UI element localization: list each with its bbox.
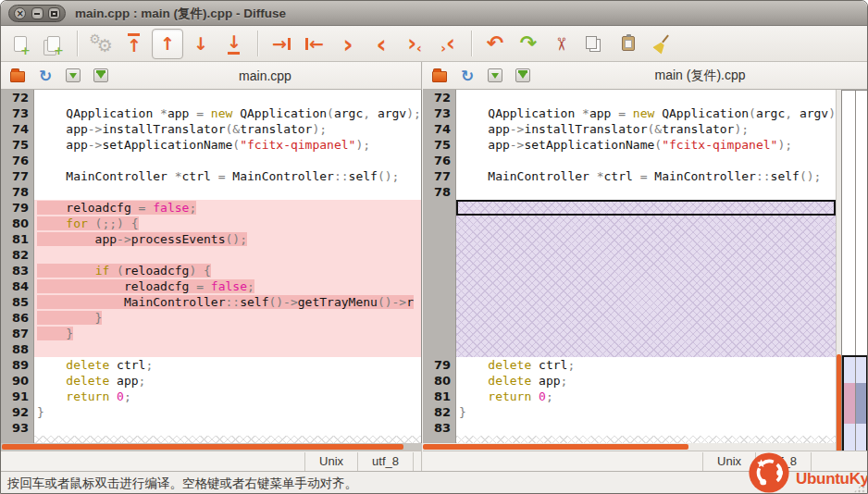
left-hscroll-thumb[interactable] bbox=[2, 444, 403, 450]
shift-selection-right-button[interactable] bbox=[332, 29, 364, 59]
code-line[interactable]: } bbox=[34, 310, 421, 326]
merge-from-right-button[interactable] bbox=[432, 29, 464, 59]
code-line[interactable]: } bbox=[34, 326, 421, 341]
app-window: × main.cpp : main (复件).cpp - Diffuse mai… bbox=[0, 0, 868, 494]
copy-button[interactable] bbox=[579, 29, 611, 59]
close-icon[interactable]: × bbox=[14, 7, 26, 19]
left-horizontal-scrollbar[interactable] bbox=[1, 443, 422, 451]
next-difference-button[interactable] bbox=[185, 29, 217, 59]
code-line[interactable]: for (;;) { bbox=[34, 216, 421, 231]
chevron-left-icon bbox=[376, 31, 386, 56]
realign-all-button[interactable] bbox=[85, 29, 117, 59]
minimize-icon[interactable] bbox=[31, 7, 43, 19]
code-line[interactable] bbox=[34, 420, 421, 436]
new-2way-merge-button[interactable] bbox=[5, 29, 36, 59]
copy-selection-left-button[interactable] bbox=[299, 29, 330, 59]
code-line[interactable]: if (reloadcfg) { bbox=[34, 263, 421, 278]
line-number: 83 bbox=[423, 420, 455, 436]
line-number: 86 bbox=[1, 310, 33, 326]
code-line[interactable]: return 0; bbox=[456, 389, 836, 404]
merge-right-icon bbox=[407, 32, 422, 55]
code-line[interactable]: app->setApplicationName("fcitx-qimpanel"… bbox=[34, 137, 421, 153]
code-line[interactable]: QApplication *app = new QApplication(arg… bbox=[34, 105, 421, 121]
clear-edits-button[interactable] bbox=[646, 29, 677, 59]
code-line[interactable] bbox=[456, 90, 836, 105]
toolbar bbox=[1, 26, 867, 62]
code-line[interactable]: QApplication *app = new QApplication(arg… bbox=[456, 105, 836, 121]
merge-from-left-button[interactable] bbox=[399, 29, 430, 59]
new-document-icon bbox=[14, 36, 27, 52]
code-line[interactable]: reloadcfg = false; bbox=[34, 278, 421, 294]
code-line[interactable] bbox=[456, 153, 836, 168]
code-line[interactable]: delete app; bbox=[34, 373, 421, 389]
redo-button[interactable] bbox=[513, 29, 544, 59]
undo-button[interactable] bbox=[479, 29, 511, 59]
code-line[interactable]: MainController::self()->getTrayMenu()->r bbox=[34, 294, 421, 310]
code-line[interactable]: MainController *ctrl = MainController::s… bbox=[34, 168, 421, 184]
previous-difference-button[interactable] bbox=[152, 29, 183, 59]
code-line[interactable]: app->installTranslator(&translator); bbox=[34, 121, 421, 137]
right-hscroll-thumb[interactable] bbox=[423, 444, 688, 450]
left-code-pane[interactable]: 7273747576777879808182838485868788899091… bbox=[1, 90, 422, 443]
open-file-button[interactable] bbox=[9, 68, 26, 84]
reload-file-button[interactable] bbox=[459, 68, 476, 84]
save-file-as-button[interactable] bbox=[93, 68, 109, 84]
line-number: 92 bbox=[1, 404, 33, 420]
code-line[interactable]: app->installTranslator(&translator); bbox=[456, 121, 836, 137]
gutter-blank bbox=[423, 310, 455, 326]
open-file-button[interactable] bbox=[431, 68, 448, 84]
hint-message: 按回车或者鼠标双击进行编译。空格键或者右键菜单手动对齐。 bbox=[7, 475, 357, 492]
diff-map-viewport[interactable] bbox=[842, 355, 868, 460]
code-line[interactable]: } bbox=[456, 404, 836, 420]
right-code-pane[interactable]: 727374757677787980818283 QApplication *a… bbox=[423, 90, 836, 443]
code-line[interactable] bbox=[456, 184, 836, 200]
code-line[interactable] bbox=[34, 90, 421, 105]
right-code-editor[interactable]: QApplication *app = new QApplication(arg… bbox=[456, 90, 836, 443]
code-line[interactable] bbox=[34, 184, 421, 200]
first-difference-button[interactable] bbox=[118, 29, 150, 59]
code-line[interactable]: delete ctrl; bbox=[456, 357, 836, 373]
save-file-button[interactable] bbox=[65, 68, 81, 84]
alignment-cursor-row[interactable] bbox=[456, 200, 836, 216]
line-number: 75 bbox=[1, 137, 33, 153]
broom-icon bbox=[653, 35, 670, 53]
code-line[interactable] bbox=[34, 153, 421, 168]
line-number: 91 bbox=[1, 389, 33, 404]
reload-file-button[interactable] bbox=[37, 68, 54, 84]
paste-button[interactable] bbox=[613, 29, 644, 59]
clipboard-icon bbox=[622, 36, 635, 51]
code-line[interactable] bbox=[34, 247, 421, 263]
line-number: 81 bbox=[1, 231, 33, 247]
cut-button[interactable] bbox=[546, 29, 577, 59]
code-line[interactable] bbox=[456, 420, 836, 436]
maximize-icon[interactable] bbox=[48, 7, 60, 19]
code-line[interactable]: MainController *ctrl = MainController::s… bbox=[456, 168, 836, 184]
toolbar-separator bbox=[471, 31, 472, 56]
shift-selection-left-button[interactable] bbox=[366, 29, 397, 59]
code-line[interactable]: app->processEvents(); bbox=[34, 231, 421, 247]
save-file-button[interactable] bbox=[487, 68, 503, 84]
title-bar[interactable]: × main.cpp : main (复件).cpp - Diffuse bbox=[1, 1, 867, 26]
toolbar-separator bbox=[257, 31, 258, 56]
code-line[interactable]: return 0; bbox=[34, 389, 421, 404]
line-number: 77 bbox=[423, 168, 455, 184]
gutter-blank bbox=[423, 326, 455, 341]
save-file-as-button[interactable] bbox=[515, 68, 531, 84]
last-difference-button[interactable] bbox=[218, 29, 250, 59]
save-file-icon bbox=[66, 68, 81, 82]
copy-selection-right-button[interactable] bbox=[266, 29, 297, 59]
code-line[interactable]: delete ctrl; bbox=[34, 357, 421, 373]
line-number: 81 bbox=[423, 389, 455, 404]
code-line[interactable]: delete app; bbox=[456, 373, 836, 389]
left-code-editor[interactable]: QApplication *app = new QApplication(arg… bbox=[34, 90, 421, 443]
code-line[interactable]: } bbox=[34, 404, 421, 420]
new-documents-icon bbox=[47, 36, 60, 52]
gutter-blank bbox=[423, 294, 455, 310]
right-horizontal-scrollbar[interactable] bbox=[423, 443, 836, 451]
diff-map[interactable] bbox=[841, 90, 868, 461]
code-line[interactable]: reloadcfg = false; bbox=[34, 200, 421, 216]
code-line[interactable]: app->setApplicationName("fcitx-qimpanel"… bbox=[456, 137, 836, 153]
toolbar-separator bbox=[77, 31, 78, 56]
code-line[interactable] bbox=[34, 341, 421, 357]
new-nway-merge-button[interactable] bbox=[38, 29, 69, 59]
